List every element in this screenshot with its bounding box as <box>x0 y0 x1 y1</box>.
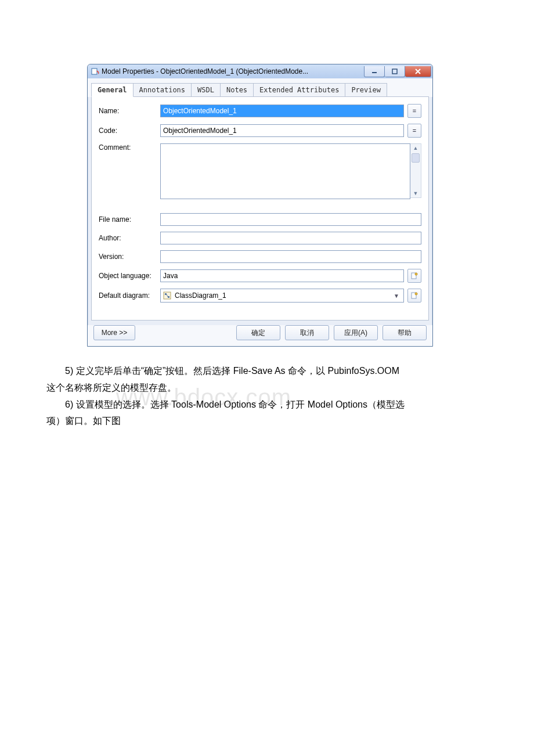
paragraph-5-line2: 这个名称将所定义的模型存盘。 <box>46 380 488 397</box>
tab-preview[interactable]: Preview <box>345 83 387 96</box>
row-author: Author: <box>99 232 421 244</box>
svg-rect-7 <box>165 293 167 295</box>
label-code: Code: <box>99 127 160 135</box>
paragraph-6-line1: 6) 设置模型的选择。选择 Tools-Model Options 命令，打开 … <box>46 397 488 413</box>
svg-rect-3 <box>392 69 397 74</box>
row-comment: Comment: ▲ ▼ <box>99 143 421 199</box>
label-filename: File name: <box>99 215 160 224</box>
titlebar[interactable]: Model Properties - ObjectOrientedModel_1… <box>88 64 432 78</box>
paragraph-5-line1: 5) 定义完毕后单击“确定”按钮。然后选择 File-Save As 命令，以 … <box>46 363 488 380</box>
cancel-button[interactable]: 取消 <box>285 325 329 340</box>
filename-input[interactable] <box>160 213 421 226</box>
properties-icon <box>410 291 418 300</box>
row-version: Version: <box>99 250 421 263</box>
code-sync-button[interactable]: = <box>407 124 421 138</box>
object-language-browse-button[interactable] <box>407 269 421 283</box>
row-code: Code: = <box>99 124 421 138</box>
label-object-language: Object language: <box>99 272 160 280</box>
code-input[interactable] <box>160 124 404 137</box>
page: Model Properties - ObjectOrientedModel_1… <box>0 64 534 430</box>
comment-textarea[interactable] <box>160 143 410 199</box>
version-input[interactable] <box>160 250 421 263</box>
label-name: Name: <box>99 107 160 115</box>
minimize-button[interactable] <box>364 66 385 77</box>
chevron-down-icon[interactable]: ▼ <box>392 293 401 299</box>
apply-button[interactable]: 应用(A) <box>334 325 378 340</box>
comment-scrollbar[interactable]: ▲ ▼ <box>410 143 421 198</box>
window-title: Model Properties - ObjectOrientedModel_1… <box>102 67 364 75</box>
dialog-button-bar: More >> 确定 取消 应用(A) 帮助 <box>88 325 432 346</box>
object-language-input[interactable] <box>160 269 404 282</box>
row-filename: File name: <box>99 213 421 226</box>
svg-rect-8 <box>168 296 169 298</box>
tab-strip: General Annotations WSDL Notes Extended … <box>88 78 432 97</box>
help-button[interactable]: 帮助 <box>383 325 427 340</box>
svg-point-11 <box>415 293 417 295</box>
label-default-diagram: Default diagram: <box>99 291 160 300</box>
label-version: Version: <box>99 253 160 261</box>
diagram-icon <box>163 291 171 300</box>
svg-point-5 <box>415 273 417 275</box>
app-icon <box>91 67 99 75</box>
tab-wsdl[interactable]: WSDL <box>191 83 221 96</box>
more-button[interactable]: More >> <box>93 325 135 340</box>
scroll-thumb[interactable] <box>412 153 420 163</box>
svg-rect-0 <box>92 69 97 74</box>
properties-icon <box>410 272 418 280</box>
default-diagram-combo[interactable]: ClassDiagram_1 ▼ <box>160 289 404 303</box>
tab-annotations[interactable]: Annotations <box>133 83 192 96</box>
close-button[interactable] <box>405 66 431 77</box>
general-panel: Name: = Code: = Comment: <box>91 97 429 321</box>
tab-notes[interactable]: Notes <box>220 83 254 96</box>
default-diagram-value: ClassDiagram_1 <box>175 291 388 300</box>
maximize-button[interactable] <box>385 66 405 77</box>
name-sync-button[interactable]: = <box>407 104 421 118</box>
paragraph-6-line2: 项）窗口。如下图 <box>46 413 488 430</box>
tab-extended-attributes[interactable]: Extended Attributes <box>253 83 345 96</box>
row-name: Name: = <box>99 104 421 118</box>
tabs: General Annotations WSDL Notes Extended … <box>91 83 429 97</box>
default-diagram-browse-button[interactable] <box>407 289 421 303</box>
model-properties-dialog: Model Properties - ObjectOrientedModel_1… <box>87 64 433 347</box>
dialog-container: Model Properties - ObjectOrientedModel_1… <box>87 64 433 347</box>
tab-general[interactable]: General <box>91 83 134 97</box>
scroll-down-icon[interactable]: ▼ <box>410 189 421 197</box>
label-comment: Comment: <box>99 143 160 152</box>
label-author: Author: <box>99 234 160 242</box>
row-default-diagram: Default diagram: Class <box>99 289 421 303</box>
row-object-language: Object language: <box>99 269 421 283</box>
window-controls <box>364 66 431 77</box>
scroll-up-icon[interactable]: ▲ <box>410 144 421 152</box>
author-input[interactable] <box>160 232 421 244</box>
name-input[interactable] <box>160 105 404 117</box>
ok-button[interactable]: 确定 <box>236 325 280 340</box>
body-text: 5) 定义完毕后单击“确定”按钮。然后选择 File-Save As 命令，以 … <box>46 363 488 430</box>
